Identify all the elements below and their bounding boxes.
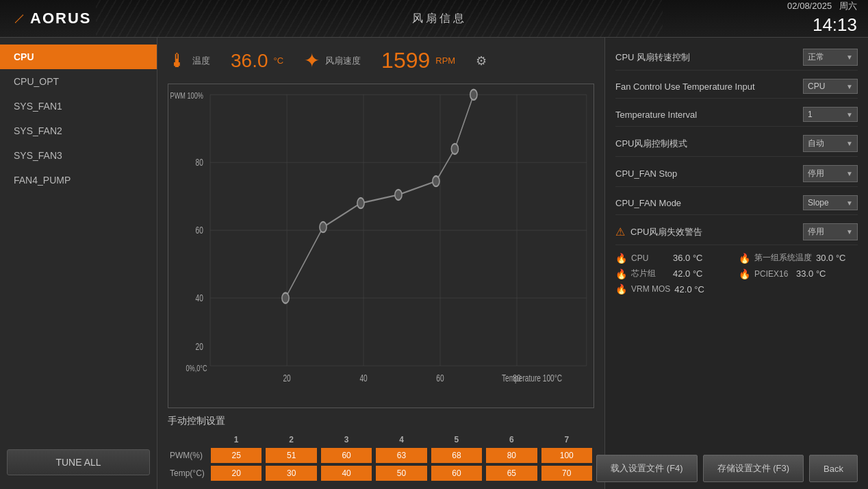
- col-6: 6: [484, 433, 539, 447]
- sidebar: CPU CPU_OPT SYS_FAN1 SYS_FAN2 SYS_FAN3 F…: [0, 38, 157, 489]
- control-table: 1 2 3 4 5 6 7 PWM(%) 25 51 60: [168, 433, 594, 482]
- pwm-row: PWM(%) 25 51 60 63 68 80 100: [168, 447, 594, 464]
- temp-val-pciex16: 33.0 °C: [796, 268, 826, 279]
- temp-val-chipset: 42.0 °C: [673, 268, 703, 279]
- setting-dropdown-3[interactable]: 自动 ▼: [803, 135, 858, 152]
- fan-icon: ✦: [304, 49, 320, 72]
- svg-text:60: 60: [436, 372, 444, 384]
- temp-name-vrmmos: VRM MOS: [631, 284, 670, 294]
- setting-dropdown-5[interactable]: Slope ▼: [803, 195, 858, 210]
- settings-icon[interactable]: ⚙: [476, 53, 487, 68]
- warning-label: CPU风扇失效警告: [630, 226, 803, 238]
- pwm-val-4[interactable]: 63: [376, 448, 426, 463]
- temp-readings: 🔥 CPU 36.0 °C 🔥 第一组系统温度 30.0 °C 🔥 芯片组 42…: [615, 252, 858, 294]
- temp-val-6[interactable]: 65: [486, 466, 537, 481]
- chart-svg: PWM 100% 80 60 40 20 0%,0°C 20 40 60 80 …: [168, 84, 593, 408]
- setting-row-0: CPU 风扇转速控制 正常 ▼: [615, 45, 858, 71]
- warning-dropdown[interactable]: 停用 ▼: [803, 223, 858, 240]
- temp-value-item: 36.0 °C: [231, 50, 283, 72]
- fan-chart[interactable]: PWM 100% 80 60 40 20 0%,0°C 20 40 60 80 …: [168, 84, 594, 408]
- col-3: 3: [319, 433, 374, 447]
- tune-all-button[interactable]: TUNE ALL: [7, 449, 150, 475]
- col-4: 4: [374, 433, 429, 447]
- back-button[interactable]: Back: [809, 455, 858, 482]
- setting-row-1: Fan Control Use Temperature Input CPU ▼: [615, 75, 858, 99]
- header-date: 02/08/2025: [787, 1, 832, 11]
- temp-val-3[interactable]: 40: [321, 466, 372, 481]
- sidebar-item-cpu-opt[interactable]: CPU_OPT: [0, 69, 157, 94]
- bottom-buttons: 载入设置文件 (F4) 存储设置文件 (F3) Back: [615, 455, 858, 482]
- logo-slash: ⟋: [11, 9, 27, 28]
- setting-row-4: CPU_FAN Stop 停用 ▼: [615, 161, 858, 187]
- logo-area: ⟋ AORUS: [11, 9, 91, 28]
- manual-controls: 手动控制设置 1 2 3 4 5 6 7 PWM: [168, 415, 594, 482]
- warning-row: ⚠ CPU风扇失效警告 停用 ▼: [615, 219, 858, 245]
- setting-label-1: Fan Control Use Temperature Input: [615, 82, 803, 92]
- temp-ctrl-label: Temp(°C): [168, 464, 209, 482]
- chevron-down-icon: ▼: [846, 170, 853, 177]
- setting-label-5: CPU_FAN Mode: [615, 198, 803, 208]
- setting-dropdown-0[interactable]: 正常 ▼: [803, 49, 858, 66]
- sidebar-item-cpu[interactable]: CPU: [0, 45, 157, 69]
- temp-val-4[interactable]: 50: [376, 466, 426, 481]
- svg-text:0%,0°C: 0%,0°C: [186, 362, 207, 373]
- col-7: 7: [539, 433, 594, 447]
- setting-label-0: CPU 风扇转速控制: [615, 51, 803, 64]
- svg-rect-0: [168, 84, 593, 408]
- sidebar-item-sysfan3[interactable]: SYS_FAN3: [0, 143, 157, 168]
- chevron-down-icon: ▼: [846, 53, 853, 61]
- pwm-val-1[interactable]: 25: [211, 448, 261, 463]
- temp-val-cpu: 36.0 °C: [673, 253, 703, 263]
- svg-point-25: [357, 198, 364, 208]
- flame-icon: 🔥: [615, 253, 627, 264]
- temp-unit: °C: [274, 55, 284, 66]
- setting-dropdown-2[interactable]: 1 ▼: [803, 107, 858, 122]
- pwm-val-3[interactable]: 60: [321, 448, 372, 463]
- svg-text:PWM 100%: PWM 100%: [170, 90, 203, 100]
- temp-val-7[interactable]: 70: [541, 466, 592, 481]
- save-settings-button[interactable]: 存储设置文件 (F3): [703, 455, 804, 482]
- pwm-val-6[interactable]: 80: [486, 448, 537, 463]
- temp-item-pciex16: 🔥 PCIEX16 33.0 °C: [739, 268, 858, 279]
- col-5: 5: [429, 433, 484, 447]
- load-settings-button[interactable]: 载入设置文件 (F4): [596, 455, 697, 482]
- setting-dropdown-4[interactable]: 停用 ▼: [803, 165, 858, 182]
- sidebar-item-sysfan2[interactable]: SYS_FAN2: [0, 118, 157, 143]
- svg-text:40: 40: [359, 372, 367, 384]
- svg-text:40: 40: [196, 292, 203, 304]
- header-day: 周六: [839, 1, 857, 11]
- svg-text:80: 80: [196, 156, 203, 168]
- flame-icon: 🔥: [739, 253, 750, 264]
- sidebar-item-sysfan1[interactable]: SYS_FAN1: [0, 94, 157, 118]
- temp-value: 36.0: [231, 50, 268, 72]
- setting-label-3: CPU风扇控制模式: [615, 138, 803, 150]
- sidebar-bottom: TUNE ALL: [0, 442, 157, 482]
- sidebar-item-fan4pump[interactable]: FAN4_PUMP: [0, 168, 157, 192]
- svg-point-24: [320, 222, 327, 232]
- temp-item-sys: 🔥 第一组系统温度 30.0 °C: [739, 252, 858, 264]
- svg-text:60: 60: [196, 224, 203, 236]
- temp-item-cpu: 🔥 CPU 36.0 °C: [615, 252, 735, 264]
- chevron-down-icon: ▼: [846, 228, 853, 236]
- setting-dropdown-1[interactable]: CPU ▼: [803, 79, 858, 94]
- temp-name-sys: 第一组系统温度: [754, 252, 812, 264]
- flame-icon: 🔥: [739, 268, 750, 279]
- header-clock: 14:13: [787, 12, 857, 37]
- temp-row: Temp(°C) 20 30 40 50 60 65 70: [168, 464, 594, 482]
- temp-val-5[interactable]: 60: [431, 466, 482, 481]
- setting-row-3: CPU风扇控制模式 自动 ▼: [615, 131, 858, 157]
- stats-row: 🌡 温度 36.0 °C ✦ 风扇速度 1599 RPM ⚙: [168, 45, 594, 77]
- svg-point-23: [282, 293, 289, 303]
- temp-val-1[interactable]: 20: [211, 466, 261, 481]
- pwm-val-7[interactable]: 100: [541, 448, 592, 463]
- pwm-val-2[interactable]: 51: [266, 448, 316, 463]
- pwm-val-5[interactable]: 68: [431, 448, 482, 463]
- svg-text:20: 20: [283, 372, 290, 384]
- temp-item-vrmmos: 🔥 VRM MOS 42.0 °C: [615, 284, 735, 294]
- col-1: 1: [209, 433, 264, 447]
- svg-point-26: [395, 190, 402, 200]
- chevron-down-icon: ▼: [846, 111, 853, 118]
- setting-row-2: Temperature Interval 1 ▼: [615, 103, 858, 127]
- temp-val-2[interactable]: 30: [266, 466, 316, 481]
- temp-name-cpu: CPU: [631, 253, 669, 263]
